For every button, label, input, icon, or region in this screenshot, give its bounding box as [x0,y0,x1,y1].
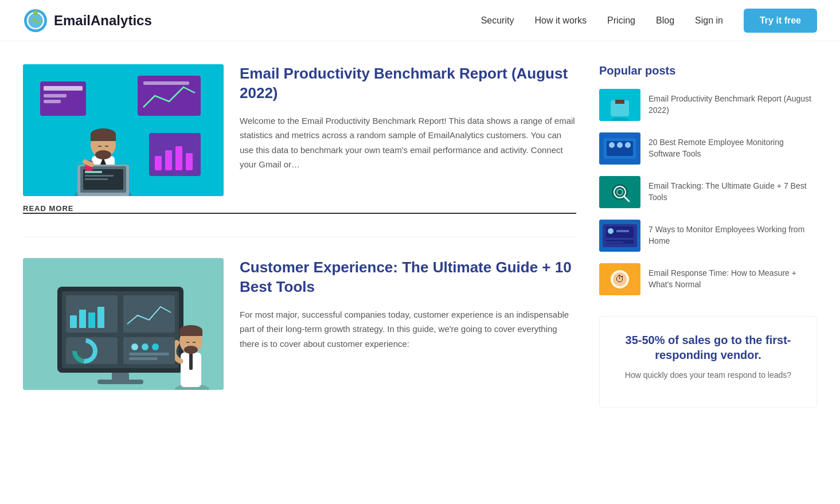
svg-rect-5 [44,86,83,91]
article-1: Email Productivity Benchmark Report (Aug… [23,64,576,214]
svg-rect-39 [123,295,175,333]
popular-post-3-thumb [599,176,640,208]
nav: Security How it works Pricing Blog Sign … [481,9,817,33]
popular-posts-title: Popular posts [599,64,817,77]
svg-point-80 [608,228,614,234]
main-content: Email Productivity Benchmark Report (Aug… [0,41,840,413]
svg-rect-82 [606,238,634,240]
svg-point-49 [184,346,198,354]
svg-rect-59 [129,353,169,355]
article-2-title[interactable]: Customer Experience: The Ultimate Guide … [240,258,576,297]
svg-text:⏱: ⏱ [615,274,624,284]
svg-rect-37 [88,312,95,328]
svg-point-2 [33,10,38,15]
articles-column: Email Productivity Benchmark Report (Aug… [23,64,576,413]
article-1-top: Email Productivity Benchmark Report (Aug… [23,64,576,196]
popular-post-4-thumb [599,220,640,252]
popular-post-2-thumb [599,132,640,165]
svg-rect-23 [85,178,108,180]
svg-point-70 [617,142,623,148]
svg-point-27 [95,150,111,159]
svg-point-71 [625,142,631,148]
header: EmailAnalytics Security How it works Pri… [0,0,840,41]
sidebar: Popular posts Email Productivity Benchma… [599,64,817,413]
svg-rect-81 [616,230,629,232]
popular-post-1-thumb [599,89,640,121]
popular-post-5-title: Email Response Time: How to Measure + Wh… [648,268,817,290]
svg-rect-12 [165,150,172,170]
svg-rect-53 [112,373,129,381]
svg-rect-7 [44,100,61,103]
svg-point-58 [152,343,159,350]
nav-security[interactable]: Security [481,15,514,26]
article-divider [23,237,576,237]
svg-rect-35 [70,315,77,328]
article-2-excerpt: For most major, successful companies tod… [240,307,576,351]
article-2-thumbnail[interactable] [23,258,224,390]
nav-blog[interactable]: Blog [656,15,674,26]
article-1-illustration [23,64,224,196]
logo-icon [23,8,48,33]
popular-post-2-title: 20 Best Remote Employee Monitoring Softw… [648,137,817,159]
svg-rect-38 [97,307,104,328]
nav-pricing[interactable]: Pricing [607,15,635,26]
svg-rect-36 [79,310,86,328]
popular-post-5-thumb: ⏱ [599,263,640,295]
logo-area[interactable]: EmailAnalytics [23,8,152,33]
svg-rect-26 [91,134,116,141]
article-2-top: Customer Experience: The Ultimate Guide … [23,258,576,390]
sidebar-cta-headline: 35-50% of sales go to the first-respondi… [614,333,803,362]
svg-rect-60 [129,357,158,360]
svg-point-69 [609,142,615,148]
svg-rect-22 [85,175,114,177]
svg-rect-6 [44,94,67,97]
popular-post-5[interactable]: ⏱ Email Response Time: How to Measure + … [599,263,817,295]
nav-how-it-works[interactable]: How it works [534,15,587,26]
popular-post-3-title: Email Tracking: The Ultimate Guide + 7 B… [648,181,817,203]
sidebar-cta-subtext: How quickly does your team respond to le… [614,370,803,380]
article-1-read-more[interactable]: READ MORE [23,204,576,214]
svg-rect-21 [85,171,102,173]
svg-point-57 [142,343,149,350]
article-2: Customer Experience: The Ultimate Guide … [23,258,576,390]
article-1-thumbnail[interactable] [23,64,224,196]
article-1-title[interactable]: Email Productivity Benchmark Report (Aug… [240,64,576,103]
svg-rect-13 [175,146,182,170]
logo-text: EmailAnalytics [54,13,152,29]
article-1-body: Email Productivity Benchmark Report (Aug… [240,64,576,172]
svg-rect-14 [186,153,193,170]
article-2-body: Customer Experience: The Ultimate Guide … [240,258,576,351]
article-1-excerpt: Welcome to the Email Productivity Benchm… [240,114,576,172]
sidebar-cta: 35-50% of sales go to the first-respondi… [599,316,817,408]
popular-post-4-title: 7 Ways to Monitor Employees Working from… [648,224,817,247]
nav-signin[interactable]: Sign in [695,15,723,26]
svg-rect-48 [179,330,202,336]
popular-post-4[interactable]: 7 Ways to Monitor Employees Working from… [599,220,817,252]
svg-point-56 [131,343,138,350]
svg-rect-65 [615,100,624,104]
popular-post-1[interactable]: Email Productivity Benchmark Report (Aug… [599,89,817,121]
svg-rect-9 [143,81,189,85]
svg-rect-11 [155,156,162,170]
popular-post-2[interactable]: 20 Best Remote Employee Monitoring Softw… [599,132,817,165]
popular-post-3[interactable]: Email Tracking: The Ultimate Guide + 7 B… [599,176,817,208]
try-free-button[interactable]: Try it free [744,9,817,33]
svg-rect-83 [606,241,623,243]
article-2-illustration [23,258,224,390]
svg-rect-54 [97,380,143,384]
popular-post-1-title: Email Productivity Benchmark Report (Aug… [648,93,817,116]
svg-rect-45 [189,353,193,370]
